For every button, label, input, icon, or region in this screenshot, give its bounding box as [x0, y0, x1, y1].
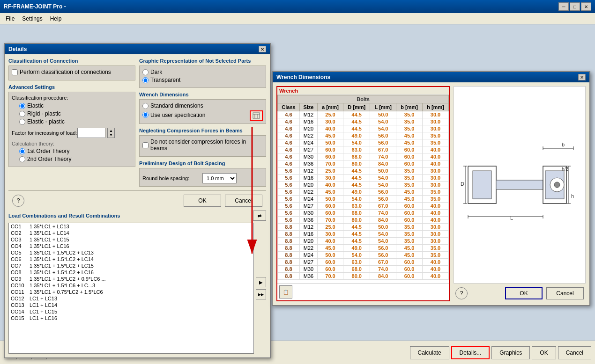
cell-b: 45.0	[396, 252, 423, 259]
export-button[interactable]: ⇄	[253, 211, 266, 221]
factor-input[interactable]	[77, 128, 105, 138]
maximize-button[interactable]: □	[570, 2, 580, 11]
table-row[interactable]: 4.6 M16 30.0 44.5 54.0 35.0 30.0	[278, 118, 449, 125]
list-item[interactable]: CO31.35*LC1 + LC15	[9, 236, 253, 243]
table-row[interactable]: 4.6 M30 60.0 68.0 74.0 60.0 40.0	[278, 153, 449, 160]
load-arrow-right[interactable]: ▶	[256, 277, 266, 287]
second-order-radio[interactable]	[19, 156, 25, 162]
neglect-checkbox[interactable]	[142, 142, 149, 148]
list-item[interactable]: CO21.35*LC1 + LC14	[9, 230, 253, 236]
table-row[interactable]: 8.8 M36 70.0 80.0 84.0 60.0 40.0	[278, 273, 449, 280]
wrench-ok-button[interactable]: OK	[505, 287, 543, 299]
minimize-button[interactable]: ─	[558, 2, 569, 11]
dark-label: Dark	[150, 69, 162, 75]
table-row[interactable]: 4.6 M24 50.0 54.0 56.0 45.0 35.0	[278, 139, 449, 146]
list-item[interactable]: CO61.35*LC1 + 1.5*LC2 + LC14	[9, 256, 253, 262]
classification-checkbox[interactable]	[12, 69, 18, 75]
ok-button[interactable]: OK	[532, 346, 556, 359]
factor-spinner-btn[interactable]: ▲ ▼	[107, 128, 115, 138]
cell-size: M24	[299, 252, 317, 259]
list-item[interactable]: CO101.35*LC1 + 1.5*LC6 + LC...3	[9, 282, 253, 289]
cell-class: 8.8	[278, 259, 300, 266]
details-dialog-body: Classification of Connection Perform cla…	[5, 54, 270, 357]
list-item[interactable]: CO51.35*LC1 + 1.5*LC2 + LC13	[9, 249, 253, 256]
details-button[interactable]: Details...	[451, 346, 490, 359]
cell-b: 60.0	[396, 273, 423, 280]
table-row[interactable]: 5.6 M12 25.0 44.5 50.0 35.0 30.0	[278, 167, 449, 175]
table-row[interactable]: 5.6 M30 60.0 68.0 74.0 60.0 40.0	[278, 210, 449, 217]
dark-radio[interactable]	[142, 69, 149, 75]
list-item[interactable]: CO15LC1 + LC16	[9, 315, 253, 321]
cell-class: 4.6	[278, 118, 300, 125]
user-spec-radio[interactable]	[142, 112, 149, 118]
table-row[interactable]: 5.6 M22 45.0 49.0 56.0 45.0 35.0	[278, 189, 449, 196]
list-item[interactable]: CO11.35*LC1 + LC13	[9, 223, 253, 230]
table-row[interactable]: 8.8 M12 25.0 44.5 50.0 35.0 30.0	[278, 224, 449, 231]
list-item[interactable]: CO71.35*LC1 + 1.5*LC2 + LC15	[9, 262, 253, 269]
cell-a: 40.0	[317, 125, 343, 132]
cell-l: 50.0	[370, 224, 396, 231]
cell-a: 60.0	[317, 203, 343, 210]
table-export-button[interactable]: 📋	[279, 285, 292, 298]
calculate-button[interactable]: Calculate	[410, 346, 449, 359]
menu-settings[interactable]: Settings	[18, 15, 46, 23]
cancel-button[interactable]: Cancel	[558, 346, 591, 359]
table-row[interactable]: 5.6 M20 40.0 44.5 54.0 35.0 30.0	[278, 182, 449, 189]
list-item[interactable]: CO14LC1 + LC15	[9, 308, 253, 315]
table-row[interactable]: 4.6 M20 40.0 44.5 54.0 35.0 30.0	[278, 125, 449, 132]
rigid-radio[interactable]	[19, 111, 25, 117]
round-spacing-select[interactable]: 1.0 mm 5.0 mm 10.0 mm	[202, 173, 237, 183]
cell-class: 4.6	[278, 125, 300, 132]
load-arrow-double-right[interactable]: ▶▶	[256, 289, 266, 299]
details-dialog-close[interactable]: ✕	[259, 46, 266, 52]
list-item[interactable]: CO41.35*LC1 + LC16	[9, 243, 253, 249]
wrench-cancel-button[interactable]: Cancel	[546, 287, 584, 299]
menu-help[interactable]: Help	[46, 15, 66, 23]
table-row[interactable]: 8.8 M22 45.0 49.0 56.0 45.0 35.0	[278, 245, 449, 252]
table-row[interactable]: 5.6 M16 30.0 44.5 54.0 35.0 30.0	[278, 175, 449, 182]
cell-l: 54.0	[370, 238, 396, 245]
table-row[interactable]: 8.8 M30 60.0 68.0 74.0 60.0 40.0	[278, 266, 449, 273]
cell-d: 54.0	[343, 139, 370, 146]
wrench-open-button[interactable]	[250, 110, 263, 121]
list-item[interactable]: CO81.35*LC1 + 1.5*LC2 + LC16	[9, 269, 253, 276]
cell-b: 45.0	[396, 139, 423, 146]
table-row[interactable]: 5.6 M36 70.0 80.0 84.0 60.0 40.0	[278, 217, 449, 224]
table-row[interactable]: 8.8 M20 40.0 44.5 54.0 35.0 30.0	[278, 238, 449, 245]
list-item[interactable]: CO91.35*LC1 + 1.5*LC2 + 0.9*LC6 ...	[9, 276, 253, 282]
elastic-radio[interactable]	[19, 103, 25, 109]
load-table[interactable]: CO11.35*LC1 + LC13CO21.35*LC1 + LC14CO31…	[8, 223, 254, 354]
table-row[interactable]: 8.8 M24 50.0 54.0 56.0 45.0 35.0	[278, 252, 449, 259]
details-cancel-button[interactable]: Cancel	[225, 195, 262, 207]
menu-file[interactable]: File	[2, 15, 18, 23]
list-item[interactable]: CO111.35*LC1 + 0.75*LC2 + 1.5*LC6	[9, 289, 253, 295]
standard-dim-radio[interactable]	[142, 103, 149, 109]
table-row[interactable]: 8.8 M16 30.0 44.5 54.0 35.0 30.0	[278, 231, 449, 238]
classification-checkbox-label: Perform classification of connections	[20, 69, 111, 75]
details-help-button[interactable]: ?	[12, 195, 24, 207]
table-row[interactable]: 8.8 M27 60.0 63.0 67.0 60.0 40.0	[278, 259, 449, 266]
cell-class: 8.8	[278, 245, 300, 252]
table-row[interactable]: 4.6 M12 25.0 44.5 50.0 35.0 30.0	[278, 111, 449, 118]
table-row[interactable]: 4.6 M27 60.0 63.0 67.0 60.0 40.0	[278, 146, 449, 153]
wrench-help-button[interactable]: ?	[455, 287, 468, 299]
transparent-radio[interactable]	[142, 77, 149, 83]
elastic-plastic-radio[interactable]	[19, 119, 25, 125]
close-button[interactable]: ✕	[581, 2, 591, 11]
col-d: D [mm]	[343, 103, 370, 111]
user-spec-row: Use user specification	[142, 110, 263, 121]
graphics-button[interactable]: Graphics	[491, 346, 530, 359]
table-row[interactable]: 4.6 M36 70.0 80.0 84.0 60.0 40.0	[278, 160, 449, 167]
cell-d: 49.0	[343, 132, 370, 139]
table-row[interactable]: 5.6 M24 50.0 54.0 56.0 45.0 35.0	[278, 196, 449, 203]
details-ok-button[interactable]: OK	[184, 195, 221, 207]
wrench-dialog-close[interactable]: ✕	[578, 74, 586, 80]
cell-d: 80.0	[343, 160, 370, 167]
list-item[interactable]: CO12LC1 + LC13	[9, 295, 253, 302]
cell-h: 30.0	[423, 224, 449, 231]
first-order-radio[interactable]	[19, 148, 25, 154]
table-row[interactable]: 5.6 M27 60.0 63.0 67.0 60.0 40.0	[278, 203, 449, 210]
list-item[interactable]: CO13LC1 + LC14	[9, 302, 253, 308]
table-row[interactable]: 4.6 M22 45.0 49.0 56.0 45.0 35.0	[278, 132, 449, 139]
bolt-table-inner[interactable]: Bolts Class Size a [mm] D [mm] L [mm] b …	[277, 95, 449, 283]
